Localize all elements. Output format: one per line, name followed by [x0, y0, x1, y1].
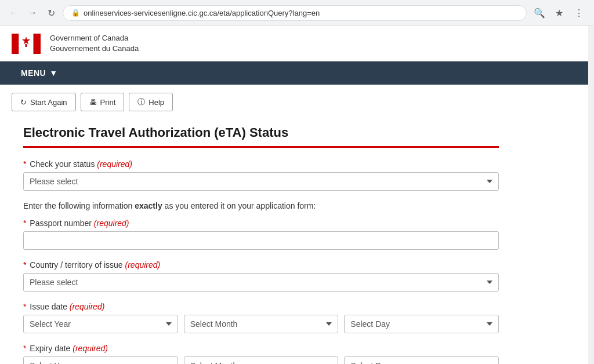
gov-name-french: Gouvernement du Canada: [50, 43, 139, 54]
issue-date-required: (required): [70, 302, 105, 311]
check-status-group: * Check your status (required) Please se…: [23, 159, 499, 191]
issue-date-label: * Issue date (required): [23, 302, 499, 311]
issue-year-select[interactable]: Select Year: [23, 315, 178, 333]
expiry-day-wrapper: Select Day: [344, 356, 499, 364]
asterisk: *: [23, 159, 26, 169]
lock-icon: 🔒: [71, 9, 80, 17]
help-text-bold: exactly: [135, 201, 162, 210]
country-label-text: Country / territory of issue: [30, 260, 122, 270]
passport-required: (required): [94, 219, 129, 228]
expiry-month-wrapper: Select Month: [184, 356, 339, 364]
menu-button[interactable]: MENU ▼: [12, 61, 67, 85]
print-label: Print: [100, 98, 116, 107]
print-button[interactable]: 🖶 Print: [81, 93, 125, 111]
issue-day-wrapper: Select Day: [344, 315, 499, 333]
url-text: onlineservices-servicesenligne.cic.gc.ca…: [84, 9, 518, 17]
help-text-before: Enter the following information: [23, 201, 135, 210]
help-icon: ⓘ: [137, 97, 145, 107]
start-again-button[interactable]: ↻ Start Again: [12, 93, 76, 111]
passport-label: * Passport number (required): [23, 219, 499, 228]
issue-year-wrapper: Select Year: [23, 315, 178, 333]
gov-name-english: Government of Canada: [50, 33, 139, 43]
search-button[interactable]: 🔍: [531, 5, 548, 21]
page-title: Electronic Travel Authorization (eTA) St…: [23, 125, 499, 148]
country-label: * Country / territory of issue (required…: [23, 260, 499, 270]
page-content: Government of Canada Gouvernement du Can…: [0, 26, 588, 364]
menu-chevron-icon: ▼: [49, 68, 57, 78]
issue-day-select[interactable]: Select Day: [344, 315, 499, 333]
svg-rect-0: [12, 34, 19, 54]
gov-header: Government of Canada Gouvernement du Can…: [0, 26, 588, 61]
passport-label-text: Passport number: [30, 219, 92, 228]
back-button[interactable]: ←: [7, 6, 21, 20]
bookmark-button[interactable]: ★: [551, 5, 567, 21]
asterisk-passport: *: [23, 219, 26, 228]
expiry-month-select[interactable]: Select Month: [184, 356, 339, 364]
expiry-date-required: (required): [73, 344, 108, 353]
help-button[interactable]: ⓘ Help: [129, 93, 173, 111]
check-status-label: * Check your status (required): [23, 159, 499, 169]
more-options-button[interactable]: ⋮: [571, 5, 587, 21]
page-wrapper: Government of Canada Gouvernement du Can…: [0, 26, 594, 364]
check-status-required: (required): [97, 159, 132, 169]
address-bar[interactable]: 🔒 onlineservices-servicesenligne.cic.gc.…: [63, 5, 527, 21]
help-text: Enter the following information exactly …: [23, 201, 499, 210]
expiry-day-select[interactable]: Select Day: [344, 356, 499, 364]
expiry-year-wrapper: Select Year: [23, 356, 178, 364]
browser-chrome: ← → ↻ 🔒 onlineservices-servicesenligne.c…: [0, 0, 594, 26]
svg-rect-4: [26, 44, 27, 47]
scrollbar[interactable]: [588, 26, 594, 364]
svg-rect-2: [34, 34, 41, 54]
expiry-date-label-text: Expiry date: [30, 344, 70, 353]
asterisk-country: *: [23, 260, 26, 270]
menu-label: MENU: [21, 68, 46, 78]
asterisk-issue: *: [23, 302, 26, 311]
canada-flag: [12, 34, 41, 54]
issue-date-row: Select Year Select Month Select Day: [23, 315, 499, 333]
expiry-year-select[interactable]: Select Year: [23, 356, 178, 364]
country-group: * Country / territory of issue (required…: [23, 260, 499, 292]
passport-input[interactable]: [23, 231, 499, 250]
issue-month-select[interactable]: Select Month: [184, 315, 339, 333]
expiry-date-row: Select Year Select Month Select Day: [23, 356, 499, 364]
help-label: Help: [148, 98, 164, 107]
toolbar: ↻ Start Again 🖶 Print ⓘ Help: [0, 85, 588, 119]
passport-group: * Passport number (required): [23, 219, 499, 250]
issue-date-group: * Issue date (required) Select Year Sele…: [23, 302, 499, 333]
issue-date-label-text: Issue date: [30, 302, 67, 311]
main-content: Electronic Travel Authorization (eTA) St…: [0, 119, 522, 364]
browser-action-buttons: 🔍 ★ ⋮: [531, 5, 587, 21]
forward-button[interactable]: →: [26, 6, 39, 20]
flag-svg: [12, 34, 41, 54]
refresh-icon: ↻: [20, 98, 27, 107]
help-text-after: as you entered it on your application fo…: [162, 201, 316, 210]
print-icon: 🖶: [89, 98, 97, 107]
country-select[interactable]: Please select: [23, 273, 499, 292]
expiry-date-label: * Expiry date (required): [23, 344, 499, 353]
check-status-label-text: Check your status: [30, 159, 95, 169]
check-status-select[interactable]: Please select: [23, 172, 499, 191]
issue-month-wrapper: Select Month: [184, 315, 339, 333]
gov-name: Government of Canada Gouvernement du Can…: [50, 33, 139, 54]
country-required: (required): [125, 260, 161, 270]
reload-button[interactable]: ↻: [44, 6, 58, 20]
expiry-date-group: * Expiry date (required) Select Year Sel…: [23, 344, 499, 364]
asterisk-expiry: *: [23, 344, 26, 353]
menu-bar: MENU ▼: [0, 61, 588, 85]
start-again-label: Start Again: [30, 98, 67, 107]
